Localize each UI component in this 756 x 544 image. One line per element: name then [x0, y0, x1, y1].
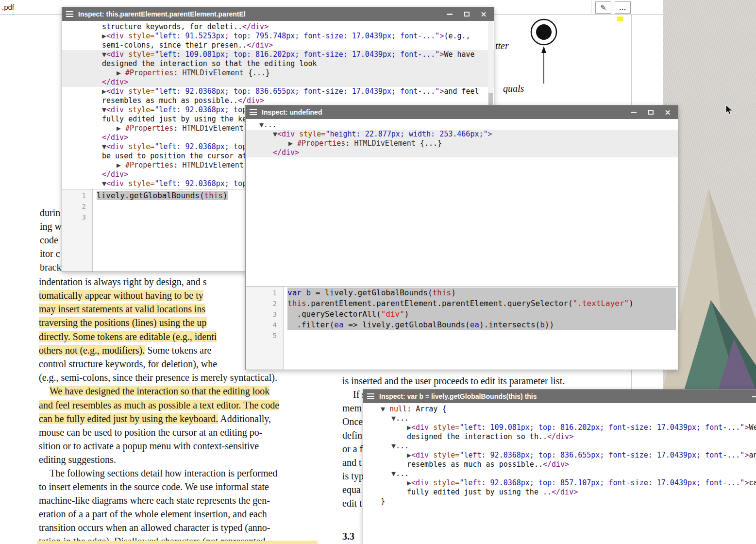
- code-token: ▶: [102, 32, 106, 40]
- code-token: style=: [299, 130, 325, 138]
- code-token: ...: [396, 469, 409, 478]
- pdf-text-line: The following sections detail how intera…: [39, 466, 277, 480]
- code-token: <div: [106, 87, 128, 96]
- tree-row[interactable]: ▼ null: Array {: [363, 405, 756, 414]
- code-token: ▶: [407, 423, 411, 432]
- line-number: 1: [246, 288, 283, 298]
- tree-row[interactable]: </div>: [62, 78, 494, 87]
- code-token: semi-colons, since their presen..: [102, 41, 247, 50]
- code-token: this: [204, 191, 223, 200]
- tree-row[interactable]: ▶<div style="left: 109.081px; top: 816.2…: [363, 423, 756, 432]
- editor-code[interactable]: var b = lively.getGlobalBounds(this)this…: [284, 287, 678, 370]
- code-token: ▼: [273, 130, 277, 138]
- tree-row[interactable]: resembles as much as possible..</div>: [363, 460, 756, 469]
- pdf-text-fragment: durin: [40, 206, 60, 220]
- mouse-cursor: [725, 104, 734, 116]
- code-token: <div: [277, 130, 299, 138]
- window-titlebar[interactable]: Inspect: var b = lively.getGlobalBounds(…: [363, 390, 756, 403]
- code-line[interactable]: var b = lively.getGlobalBounds(this): [287, 288, 676, 298]
- tree-row[interactable]: ▶<div style="left: 92.0368px; top: 836.6…: [363, 451, 756, 460]
- code-token: null: [389, 405, 407, 413]
- window-titlebar[interactable]: Inspect: this.parentElement.parentElemen…: [62, 7, 494, 21]
- pdf-text-line: tomatically appear without having to be …: [39, 289, 203, 302]
- code-token: ▶: [117, 68, 125, 77]
- code-token: :: [173, 124, 182, 133]
- code-line[interactable]: .querySelectorAll("div"): [287, 309, 676, 320]
- code-token: ).intersects(: [479, 320, 540, 329]
- code-token: .parentElement.parentElement.parentEleme…: [306, 299, 573, 308]
- maximize-button[interactable]: [647, 109, 654, 116]
- tree-row[interactable]: structure keywords, for deleti..</div>: [62, 22, 494, 32]
- line-number: 3: [62, 212, 92, 222]
- menu-icon[interactable]: [367, 393, 374, 399]
- tree-row[interactable]: </div>: [246, 148, 678, 157]
- code-token: resembles as much as possible..: [102, 96, 238, 105]
- menu-icon[interactable]: [250, 109, 257, 115]
- code-token: <div: [411, 478, 433, 487]
- code-token: :: [173, 161, 182, 170]
- code-token: ▼: [391, 414, 396, 423]
- tree-row[interactable]: ▼<div style="height: 22.877px; width: 25…: [246, 130, 678, 139]
- code-token: ▼: [102, 179, 106, 188]
- code-token: <div: [411, 451, 433, 459]
- maximize-icon: [464, 12, 470, 17]
- tree-row[interactable]: ▼<div style="left: 109.081px; top: 816.2…: [62, 50, 494, 59]
- tree-row[interactable]: resembles as much as possible..</div>: [62, 96, 494, 105]
- window-title: Inspect: var b = lively.getGlobalBounds(…: [379, 392, 747, 400]
- tree-row[interactable]: ▼...: [246, 120, 678, 130]
- code-token: style=: [128, 105, 154, 114]
- code-line[interactable]: this.parentElement.parentElement.parentE…: [287, 298, 676, 309]
- tree-row[interactable]: designed the interaction so th..</div>: [363, 432, 756, 442]
- pdf-text-line: directly. Some tokens are editable (e.g.…: [39, 330, 217, 343]
- close-button[interactable]: ✕: [480, 11, 487, 17]
- code-line[interactable]: .filter(ea => lively.getGlobalBounds(ea)…: [287, 320, 676, 330]
- code-token: "div": [381, 309, 404, 319]
- code-editor[interactable]: 12345 var b = lively.getGlobalBounds(thi…: [246, 286, 678, 370]
- tree-row[interactable]: designed the interaction so that the edi…: [62, 59, 494, 68]
- maximize-button[interactable]: [463, 11, 470, 17]
- code-token: (e.g.,: [444, 32, 470, 40]
- minimize-button[interactable]: [630, 109, 637, 116]
- code-token: ea: [470, 320, 479, 329]
- pdf-text-fragment: itor c: [40, 247, 60, 260]
- code-token: </div>: [102, 133, 128, 142]
- tree-row[interactable]: semi-colons, since their presen..</div>: [62, 41, 494, 50]
- close-icon: ✕: [481, 11, 487, 18]
- yellow-marker: [617, 17, 623, 21]
- close-button[interactable]: ✕: [664, 109, 671, 116]
- dom-tree: ▼ null: Array {▼...▶<div style="left: 10…: [363, 403, 756, 544]
- tree-row[interactable]: ▶ #Properties: HTMLDivElement {...}: [62, 68, 494, 78]
- code-token: ▼: [102, 50, 106, 59]
- code-token: style=: [128, 32, 154, 40]
- edit-pencil-button[interactable]: ✎: [595, 1, 611, 14]
- code-token: "left: 109.081px; top: 816.202px; font-s…: [459, 423, 744, 432]
- code-token: ▶: [407, 478, 411, 487]
- tree-row[interactable]: ▶<div style="left: 91.5253px; top: 795.7…: [62, 32, 494, 41]
- code-line[interactable]: [287, 330, 678, 341]
- code-token: ▶: [102, 87, 106, 96]
- tree-row[interactable]: ▼...: [363, 442, 756, 451]
- code-token: #Properties: [125, 124, 173, 133]
- tree-row[interactable]: ▶<div style="left: 92.0368px; top: 857.1…: [363, 478, 756, 488]
- tree-row[interactable]: fully edited just by using the ..</div>: [363, 488, 756, 497]
- tree-row[interactable]: ▼...: [363, 414, 756, 423]
- pdf-text-line: control structure keywords, for deletion…: [39, 357, 217, 371]
- more-options-button[interactable]: …: [615, 1, 631, 14]
- code-token: ▼: [381, 405, 389, 413]
- window-titlebar[interactable]: Inspect: undefined ✕: [246, 105, 678, 119]
- tree-row[interactable]: ▶ #Properties: HTMLDivElement {...}: [246, 139, 678, 148]
- minimize-button[interactable]: [446, 11, 453, 17]
- minimize-button[interactable]: [752, 393, 756, 400]
- code-token: .querySelectorAll(: [287, 309, 381, 319]
- code-token: and: [749, 451, 756, 459]
- tree-row[interactable]: }: [363, 497, 756, 506]
- tree-row[interactable]: ▼...: [363, 469, 756, 478]
- code-token: style=: [433, 423, 459, 432]
- code-token: HTMLDivElement: [354, 139, 415, 148]
- code-token: ▼: [259, 120, 264, 129]
- tree-row[interactable]: ▶<div style="left: 92.0368px; top: 836.6…: [62, 87, 494, 96]
- code-token: ▶: [288, 139, 297, 148]
- code-token: "left: 92.0368px; top: 836.655px; font-s…: [459, 451, 744, 459]
- menu-icon[interactable]: [66, 11, 73, 17]
- code-token: >: [488, 130, 492, 138]
